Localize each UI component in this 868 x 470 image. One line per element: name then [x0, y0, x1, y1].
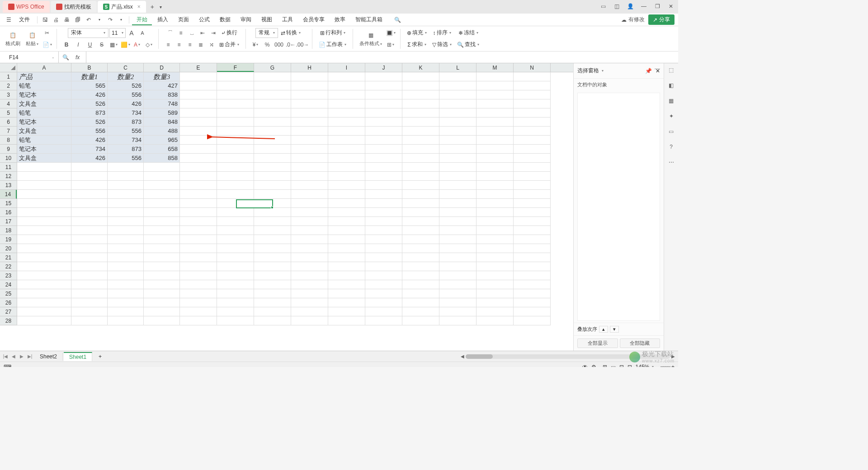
- cell-H5[interactable]: [291, 108, 328, 118]
- cell-C26[interactable]: [108, 298, 144, 307]
- cell-N15[interactable]: [514, 199, 551, 208]
- cell-K20[interactable]: [402, 244, 439, 253]
- cell-H7[interactable]: [291, 127, 328, 136]
- cell-N17[interactable]: [514, 217, 551, 226]
- cell-F5[interactable]: [217, 108, 254, 118]
- cell-A20[interactable]: [17, 244, 71, 253]
- cell-J4[interactable]: [365, 99, 402, 108]
- zoom-dropdown[interactable]: ▾: [652, 365, 654, 367]
- decrease-decimal-icon[interactable]: .0←: [286, 40, 296, 50]
- cell-E5[interactable]: [180, 108, 217, 118]
- hscroll-thumb[interactable]: [466, 354, 493, 359]
- name-box-dropdown[interactable]: ⌄: [52, 55, 55, 59]
- cell-K26[interactable]: [402, 298, 439, 307]
- cell-L1[interactable]: [439, 72, 476, 81]
- zoom-in-button[interactable]: +: [671, 364, 675, 367]
- cell-H9[interactable]: [291, 145, 328, 154]
- redo-icon[interactable]: ↷: [105, 15, 115, 25]
- cell-K23[interactable]: [402, 271, 439, 280]
- cell-H15[interactable]: [291, 199, 328, 208]
- cell-J9[interactable]: [365, 145, 402, 154]
- cell-D21[interactable]: [144, 253, 180, 262]
- fill-button[interactable]: ⊕填充▾: [405, 28, 429, 38]
- side-tool-rect[interactable]: ▭: [666, 127, 676, 136]
- cell-E6[interactable]: [180, 118, 217, 127]
- close-window-button[interactable]: ✕: [666, 2, 675, 11]
- cell-M13[interactable]: [476, 181, 514, 190]
- cell-K9[interactable]: [402, 145, 439, 154]
- cell-E26[interactable]: [180, 298, 217, 307]
- cell-G19[interactable]: [254, 235, 291, 244]
- cell-C13[interactable]: [108, 181, 144, 190]
- sheet-tab-sheet2[interactable]: Sheet2: [34, 352, 63, 361]
- col-header-N[interactable]: N: [514, 63, 551, 72]
- filter-button[interactable]: ▽筛选▾: [430, 40, 453, 50]
- cell-K5[interactable]: [402, 108, 439, 118]
- cell-E16[interactable]: [180, 208, 217, 217]
- cell-A10[interactable]: 文具盒: [17, 154, 71, 163]
- format-brush-label[interactable]: 格式刷: [5, 40, 20, 47]
- cell-C6[interactable]: 873: [108, 118, 144, 127]
- cell-I2[interactable]: [328, 81, 365, 90]
- cell-H6[interactable]: [291, 118, 328, 127]
- cell-K16[interactable]: [402, 208, 439, 217]
- cell-K12[interactable]: [402, 172, 439, 181]
- merge-button[interactable]: ⊞合并▾: [217, 40, 241, 50]
- col-header-F[interactable]: F: [217, 63, 254, 72]
- cell-C5[interactable]: 734: [108, 108, 144, 118]
- cell-N8[interactable]: [514, 136, 551, 145]
- cell-N16[interactable]: [514, 208, 551, 217]
- cell-C19[interactable]: [108, 235, 144, 244]
- cell-M3[interactable]: [476, 90, 514, 99]
- cell-K21[interactable]: [402, 253, 439, 262]
- cell-N4[interactable]: [514, 99, 551, 108]
- show-all-button[interactable]: 全部显示: [577, 338, 618, 348]
- cell-B17[interactable]: [71, 217, 108, 226]
- currency-icon[interactable]: ¥▾: [250, 40, 260, 50]
- cell-I1[interactable]: [328, 72, 365, 81]
- cell-F20[interactable]: [217, 244, 254, 253]
- cell-G18[interactable]: [254, 226, 291, 235]
- row-header-12[interactable]: 12: [0, 172, 17, 181]
- col-header-C[interactable]: C: [108, 63, 144, 72]
- col-header-D[interactable]: D: [144, 63, 180, 72]
- menu-tools[interactable]: 工具: [278, 14, 297, 25]
- cell-I10[interactable]: [328, 154, 365, 163]
- cell-A15[interactable]: [17, 199, 71, 208]
- cell-K17[interactable]: [402, 217, 439, 226]
- cell-A2[interactable]: 铅笔: [17, 81, 71, 90]
- cell-M24[interactable]: [476, 280, 514, 289]
- cell-I7[interactable]: [328, 127, 365, 136]
- keyboard-icon[interactable]: ⌨: [4, 364, 11, 367]
- convert-button[interactable]: ⇄转换▾: [279, 28, 302, 38]
- cell-M21[interactable]: [476, 253, 514, 262]
- cell-K1[interactable]: [402, 72, 439, 81]
- cell-F19[interactable]: [217, 235, 254, 244]
- cell-G3[interactable]: [254, 90, 291, 99]
- cell-J3[interactable]: [365, 90, 402, 99]
- cell-B28[interactable]: [71, 316, 108, 325]
- cell-J21[interactable]: [365, 253, 402, 262]
- cell-K22[interactable]: [402, 262, 439, 271]
- align-bottom-icon[interactable]: ⎵: [187, 28, 197, 38]
- row-header-14[interactable]: 14: [0, 190, 17, 199]
- cell-E8[interactable]: [180, 136, 217, 145]
- cell-E12[interactable]: [180, 172, 217, 181]
- percent-icon[interactable]: %: [262, 40, 272, 50]
- clear-format-button[interactable]: ◇▾: [144, 40, 154, 50]
- cell-F2[interactable]: [217, 81, 254, 90]
- cell-I9[interactable]: [328, 145, 365, 154]
- table-style-icon[interactable]: ⊞▾: [386, 40, 396, 50]
- cell-H22[interactable]: [291, 262, 328, 271]
- cell-G5[interactable]: [254, 108, 291, 118]
- sheet-tab-sheet1[interactable]: Sheet1: [64, 352, 92, 361]
- cell-B19[interactable]: [71, 235, 108, 244]
- cell-H13[interactable]: [291, 181, 328, 190]
- tab-close-button[interactable]: ×: [137, 4, 141, 10]
- cell-C15[interactable]: [108, 199, 144, 208]
- row-header-4[interactable]: 4: [0, 99, 17, 108]
- cell-K13[interactable]: [402, 181, 439, 190]
- cell-D20[interactable]: [144, 244, 180, 253]
- cell-D10[interactable]: 858: [144, 154, 180, 163]
- cell-N22[interactable]: [514, 262, 551, 271]
